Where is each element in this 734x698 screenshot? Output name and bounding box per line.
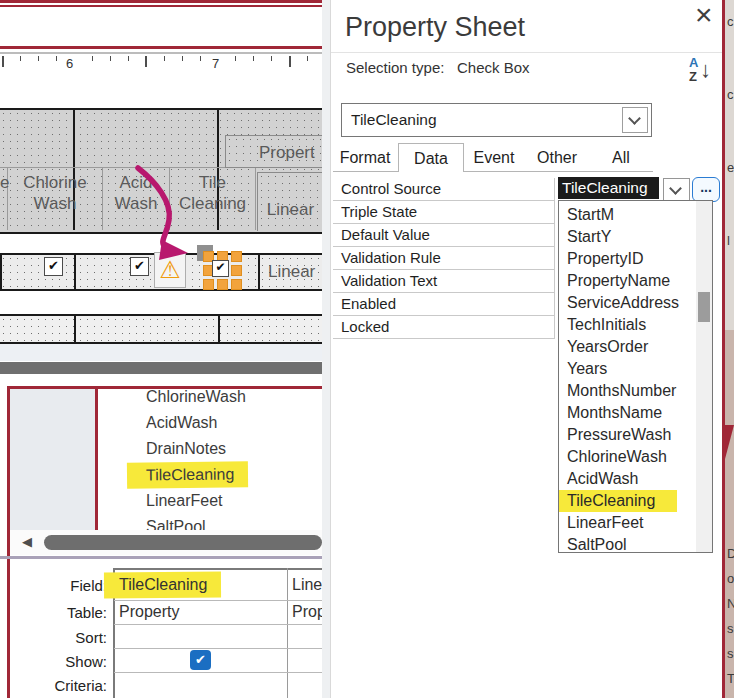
sliver-letters-top: ccel <box>727 14 734 306</box>
linear-header-box[interactable]: Linear <box>257 172 323 231</box>
strip-divider <box>74 314 76 344</box>
background-window-sliver: ccel DoNssT <box>725 0 734 698</box>
dropdown-item[interactable]: Years <box>559 358 712 380</box>
query-table-cell-2[interactable]: Prop <box>292 603 326 621</box>
strip-divider <box>218 314 220 344</box>
letter-fragment: e <box>727 160 734 233</box>
control-selector-combo[interactable]: TileCleaning <box>341 103 652 137</box>
control-source-dropdown-button[interactable] <box>663 178 690 202</box>
title-separator <box>331 52 723 53</box>
field-list-item[interactable]: AcidWash <box>146 410 217 436</box>
dropdown-item[interactable]: PropertyName <box>559 270 712 292</box>
dropdown-scrollbar-thumb[interactable] <box>698 292 710 322</box>
property-row[interactable]: Control Source <box>333 178 554 201</box>
table-box-edge <box>10 389 95 532</box>
selection-handle[interactable] <box>231 279 242 290</box>
property-row[interactable]: Validation Rule <box>333 247 554 270</box>
sort-az-button[interactable]: A Z ↓ <box>683 55 717 87</box>
properties-title-box[interactable]: Propert <box>225 135 324 168</box>
dropdown-scrollbar[interactable] <box>696 201 712 552</box>
annotation-arrow <box>118 158 208 268</box>
pane-splitter[interactable] <box>0 556 322 559</box>
grid-row-line <box>114 624 322 625</box>
letter-fragment: D <box>727 546 734 571</box>
ruler-number: 6 <box>66 56 73 71</box>
label-divider <box>255 168 256 230</box>
tile-cleaning-checkbox-selected[interactable]: ✔ <box>212 260 229 277</box>
query-field-cell[interactable]: TileCleaning <box>119 576 207 594</box>
dropdown-item[interactable]: StartM <box>559 204 712 226</box>
sort-arrow-icon: ↓ <box>700 57 711 83</box>
dropdown-items: StartMStartYPropertyIDPropertyNameServic… <box>559 201 712 556</box>
scroll-left-arrow-icon[interactable]: ◀ <box>22 534 32 549</box>
builder-button[interactable]: ... <box>692 177 720 202</box>
field-list-item[interactable]: LinearFeet <box>146 488 223 514</box>
selection-handle[interactable] <box>203 279 214 290</box>
control-source-value[interactable]: TileCleaning <box>558 177 659 199</box>
table-box-border <box>95 386 98 536</box>
property-row[interactable]: Validation Text <box>333 270 554 293</box>
band-divider <box>258 253 260 291</box>
property-rows: Control SourceTriple StateDefault ValueV… <box>333 178 554 339</box>
light-strip <box>0 344 322 361</box>
dropdown-item[interactable]: TechInitials <box>559 314 712 336</box>
dropdown-item[interactable]: LinearFeet <box>559 512 712 534</box>
horizontal-scrollbar[interactable]: ◀ <box>10 530 322 555</box>
column-label-chlorine-wash[interactable]: Chlorine Wash <box>8 172 102 214</box>
ruler-number: 7 <box>212 56 219 71</box>
dark-scroll-bar[interactable] <box>0 362 322 374</box>
properties-title-text: Propert <box>259 142 315 163</box>
show-checkbox[interactable]: ✔ <box>190 650 211 670</box>
tab-all[interactable]: All <box>597 145 645 171</box>
sliver-letters-bottom: DoNssT <box>727 546 734 696</box>
dropdown-item[interactable]: ServiceAddress <box>559 292 712 314</box>
tab-strip-baseline <box>333 171 653 172</box>
query-table-cell[interactable]: Property <box>119 603 179 621</box>
grid-row-label-show: Show: <box>0 653 107 670</box>
grid-top-line <box>113 568 322 570</box>
dropdown-item[interactable]: YearsOrder <box>559 336 712 358</box>
builder-dots-icon: ... <box>700 180 712 194</box>
letter-fragment: N <box>727 596 734 621</box>
letter-fragment: l <box>727 233 734 306</box>
letter-fragment: c <box>727 14 734 87</box>
access-design-screen: 6 7 e Chlorine Wash Acid Wash Tile Clean… <box>0 0 734 698</box>
dropdown-item[interactable]: AcidWash <box>559 468 712 490</box>
control-selector-value: TileCleaning <box>351 111 437 129</box>
close-icon[interactable]: × <box>695 0 713 32</box>
dropdown-item[interactable]: ChlorineWash <box>559 446 712 468</box>
dropdown-item[interactable]: PropertyID <box>559 248 712 270</box>
dropdown-item[interactable]: TileCleaning <box>559 490 712 512</box>
dropdown-item[interactable]: StartY <box>559 226 712 248</box>
dropdown-item[interactable]: MonthsNumber <box>559 380 712 402</box>
grid-row-label-sort: Sort: <box>0 629 107 646</box>
dropdown-item[interactable]: PressureWash <box>559 424 712 446</box>
tab-other[interactable]: Other <box>532 145 582 171</box>
selection-handle[interactable] <box>231 265 242 276</box>
label-value-divider <box>554 178 555 339</box>
selection-handle[interactable] <box>231 251 242 262</box>
tab-data[interactable]: Data <box>398 143 464 172</box>
field-list-item[interactable]: ChlorineWash <box>146 384 246 410</box>
property-row[interactable]: Enabled <box>333 293 554 316</box>
combo-dropdown-button[interactable] <box>622 107 648 133</box>
property-sheet-panel: Property Sheet × Selection type: Check B… <box>330 0 723 698</box>
scrollbar-thumb[interactable] <box>44 535 322 550</box>
selection-handle[interactable] <box>217 279 228 290</box>
property-row[interactable]: Default Value <box>333 224 554 247</box>
sort-z-icon: Z <box>689 69 697 84</box>
dropdown-item[interactable]: MonthsName <box>559 402 712 424</box>
property-row[interactable]: Triple State <box>333 201 554 224</box>
window-border-line <box>0 5 322 8</box>
tab-format[interactable]: Format <box>337 145 393 171</box>
chlorine-wash-checkbox[interactable]: ✔ <box>44 257 63 276</box>
dropdown-item[interactable]: SaltPool <box>559 534 712 556</box>
property-row[interactable]: Locked <box>333 316 554 339</box>
panel-divider[interactable] <box>322 0 330 698</box>
show-check-icon: ✔ <box>195 652 206 667</box>
field-list-item[interactable]: DrainNotes <box>146 436 226 462</box>
selection-type-label: Selection type: <box>346 59 444 76</box>
field-list-item[interactable]: TileCleaning <box>127 461 249 488</box>
tab-event[interactable]: Event <box>468 145 520 171</box>
linear-band-label: Linear <box>268 261 315 282</box>
